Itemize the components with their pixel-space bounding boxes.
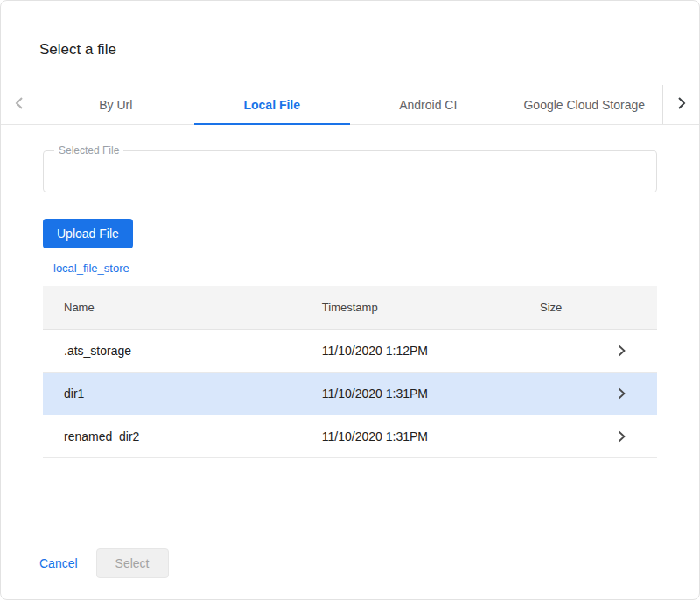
selected-file-field: Selected File — [43, 150, 657, 192]
selected-file-label: Selected File — [54, 144, 123, 157]
cancel-button[interactable]: Cancel — [39, 551, 78, 576]
chevron-right-icon[interactable] — [618, 345, 626, 357]
header-name: Name — [43, 301, 301, 314]
header-size: Size — [519, 301, 657, 314]
cell-timestamp: 11/10/2020 1:12PM — [301, 344, 519, 358]
chevron-right-icon[interactable] — [618, 431, 626, 443]
tab-android-ci[interactable]: Android CI — [350, 85, 507, 124]
selected-file-input[interactable] — [44, 151, 656, 192]
tab-label: Local File — [243, 98, 300, 112]
chevron-right-icon — [677, 97, 686, 113]
select-button[interactable]: Select — [96, 548, 169, 578]
cell-name: .ats_storage — [43, 344, 301, 358]
file-table-header: Name Timestamp Size — [43, 286, 657, 330]
dialog-title: Select a file — [39, 41, 699, 59]
cell-name: renamed_dir2 — [43, 429, 301, 443]
dialog-footer: Cancel Select — [1, 548, 699, 599]
cell-timestamp: 11/10/2020 1:31PM — [301, 429, 519, 443]
tab-label: By Url — [99, 98, 132, 112]
chevron-left-icon — [15, 97, 24, 113]
table-row[interactable]: .ats_storage 11/10/2020 1:12PM — [43, 330, 657, 373]
tab-by-url[interactable]: By Url — [38, 85, 194, 124]
tab-local-file[interactable]: Local File — [194, 85, 351, 124]
cell-name: dir1 — [43, 387, 301, 401]
chevron-right-icon[interactable] — [618, 388, 626, 400]
tab-scroll-left-button[interactable] — [1, 85, 38, 124]
file-table: Name Timestamp Size .ats_storage 11/10/2… — [43, 286, 657, 458]
table-row[interactable]: renamed_dir2 11/10/2020 1:31PM — [43, 415, 657, 458]
tab-google-cloud-storage[interactable]: Google Cloud Storage — [507, 85, 663, 124]
tab-bar: By Url Local File Android CI Google Clou… — [1, 85, 699, 125]
table-row[interactable]: dir1 11/10/2020 1:31PM — [43, 373, 657, 415]
upload-file-button[interactable]: Upload File — [43, 219, 133, 248]
cell-timestamp: 11/10/2020 1:31PM — [301, 387, 519, 401]
tab-scroll-right-button[interactable] — [662, 85, 699, 124]
tab-label: Android CI — [399, 98, 457, 112]
tab-label: Google Cloud Storage — [523, 98, 645, 112]
select-file-dialog: Select a file By Url Local File Android … — [0, 0, 700, 600]
header-timestamp: Timestamp — [301, 301, 519, 314]
store-breadcrumb-link[interactable]: local_file_store — [53, 262, 130, 275]
tab-strip: By Url Local File Android CI Google Clou… — [38, 85, 662, 124]
